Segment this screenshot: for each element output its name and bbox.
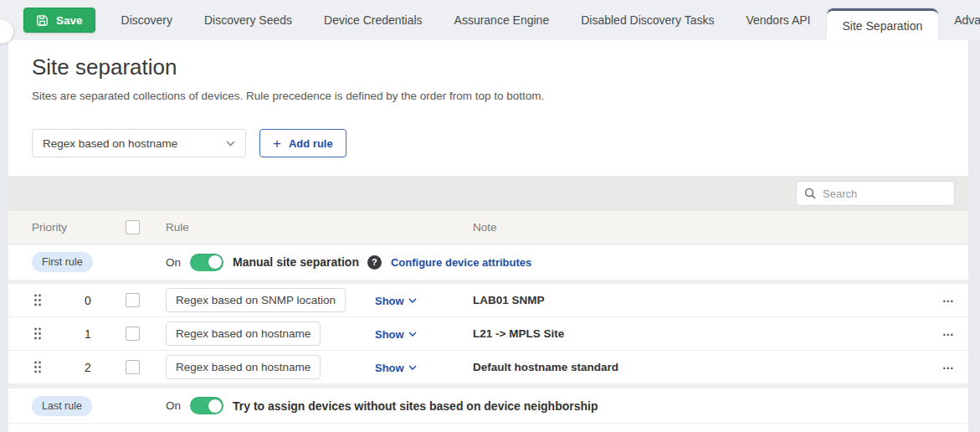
tab-discovery[interactable]: Discovery	[105, 0, 188, 40]
first-rule-content: On Manual site separation ? Configure de…	[159, 254, 968, 271]
rule-controls: Regex based on hostname + Add rule	[32, 129, 968, 157]
row-actions-menu[interactable]: ⋯	[929, 294, 968, 307]
column-header-rule: Rule	[159, 221, 368, 234]
save-button-label: Save	[56, 14, 83, 27]
tab-vendors-api[interactable]: Vendors API	[730, 0, 826, 40]
chevron-down-icon	[408, 332, 417, 337]
configure-device-attributes-link[interactable]: Configure device attributes	[391, 256, 531, 269]
show-expander[interactable]: Show	[375, 328, 417, 341]
search-icon	[804, 188, 816, 199]
tab-disabled-discovery-tasks[interactable]: Disabled Discovery Tasks	[565, 0, 730, 40]
rule-note: LAB01 SNMP	[464, 294, 929, 306]
rule-table-row: 2 Regex based on hostname Show Default h…	[8, 351, 968, 384]
tab-device-credentials[interactable]: Device Credentials	[308, 0, 439, 40]
settings-tab-bar: Save DiscoveryDiscovery SeedsDevice Cred…	[0, 0, 980, 40]
row-checkbox[interactable]	[126, 360, 140, 374]
column-header-note: Note	[464, 221, 929, 234]
priority-value: 1	[67, 327, 109, 341]
tab-assurance-engine[interactable]: Assurance Engine	[439, 0, 566, 40]
floppy-disk-icon	[36, 14, 49, 27]
add-rule-button[interactable]: + Add rule	[259, 129, 346, 157]
show-label: Show	[375, 362, 404, 374]
row-checkbox[interactable]	[126, 327, 140, 341]
show-expander[interactable]: Show	[375, 362, 417, 374]
toggle-knob	[208, 255, 223, 270]
table-header-row: Priority Rule Note	[8, 211, 968, 244]
show-label: Show	[375, 295, 404, 307]
page-head: Site separation Sites are separated coll…	[8, 40, 968, 102]
rule-type-button[interactable]: Regex based on hostname	[166, 355, 321, 379]
save-button[interactable]: Save	[23, 8, 95, 33]
page-title: Site separation	[32, 54, 968, 80]
row-actions-menu[interactable]: ⋯	[929, 361, 968, 374]
chevron-down-icon	[408, 365, 417, 370]
rule-table-row: 0 Regex based on SNMP location Show LAB0…	[8, 284, 968, 317]
table-toolbar	[8, 176, 968, 211]
drag-handle-icon[interactable]	[33, 361, 42, 373]
tab-site-separation[interactable]: Site Separation	[827, 8, 939, 40]
help-icon[interactable]: ?	[367, 255, 382, 270]
last-rule-content: On Try to assign devices without sites b…	[159, 397, 968, 414]
last-rule-badge: Last rule	[32, 396, 92, 416]
first-rule-row: First rule On Manual site separation ? C…	[8, 244, 968, 280]
show-expander[interactable]: Show	[375, 295, 417, 307]
settings-page: Save DiscoveryDiscovery SeedsDevice Cred…	[0, 0, 980, 432]
drag-handle-icon[interactable]	[33, 294, 42, 306]
tab-advanced-cli[interactable]: Advanced CLI	[938, 0, 980, 40]
rule-note: L21 -> MPLS Site	[464, 327, 929, 340]
row-actions-menu[interactable]: ⋯	[929, 327, 968, 341]
first-rule-badge: First rule	[32, 252, 93, 272]
search-input[interactable]	[823, 188, 947, 200]
device-neighborship-toggle[interactable]	[190, 397, 223, 414]
rule-table-row: 1 Regex based on hostname Show L21 -> MP…	[8, 317, 968, 351]
page-subtitle: Sites are separated collections of devic…	[32, 90, 968, 102]
rule-type-button[interactable]: Regex based on SNMP location	[166, 288, 346, 312]
priority-value: 0	[67, 294, 109, 307]
last-rule-title: Try to assign devices without sites base…	[233, 399, 598, 413]
toggle-state-label: On	[166, 399, 181, 412]
rule-type-button[interactable]: Regex based on hostname	[166, 321, 321, 346]
row-checkbox[interactable]	[126, 293, 140, 307]
search-box[interactable]	[796, 181, 955, 206]
toggle-knob	[208, 399, 223, 414]
show-label: Show	[375, 328, 404, 341]
manual-site-separation-toggle[interactable]	[190, 254, 223, 271]
plus-icon: +	[273, 136, 281, 151]
rule-type-selected-value: Regex based on hostname	[43, 137, 177, 150]
first-rule-title: Manual site separation	[233, 255, 359, 269]
tab-discovery-seeds[interactable]: Discovery Seeds	[188, 0, 308, 40]
chevron-down-icon	[226, 141, 235, 147]
drag-handle-icon[interactable]	[33, 327, 42, 340]
site-separation-panel: Site separation Sites are separated coll…	[8, 40, 968, 432]
rule-note: Default hostname standard	[464, 361, 929, 373]
rule-type-select[interactable]: Regex based on hostname	[32, 129, 246, 157]
select-all-checkbox[interactable]	[126, 220, 140, 234]
tab-bar: DiscoveryDiscovery SeedsDevice Credentia…	[105, 0, 980, 40]
rules-rows: 0 Regex based on SNMP location Show LAB0…	[8, 284, 968, 384]
add-rule-label: Add rule	[289, 137, 333, 150]
toggle-state-label: On	[166, 256, 181, 269]
priority-value: 2	[67, 361, 109, 374]
last-rule-row: Last rule On Try to assign devices witho…	[8, 388, 968, 424]
column-header-priority: Priority	[8, 221, 119, 234]
chevron-down-icon	[408, 298, 417, 303]
